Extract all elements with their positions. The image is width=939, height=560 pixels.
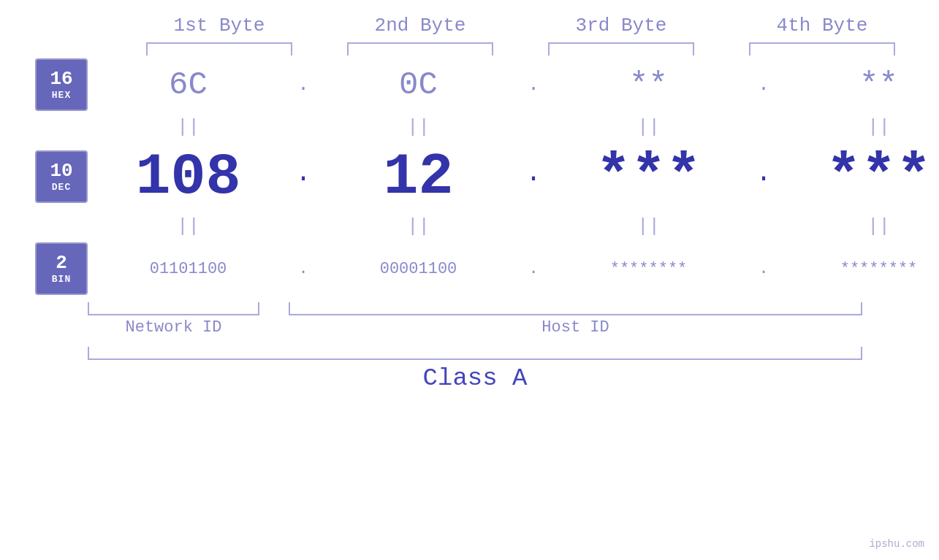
hex-b3: ** xyxy=(629,66,668,103)
bracket-network-id xyxy=(88,302,259,315)
eq-8: || xyxy=(867,215,890,237)
eq-6: || xyxy=(407,215,430,237)
hex-b2: 0C xyxy=(399,66,438,103)
bin-row: 01101100 . 00001100 . ******** . *******… xyxy=(88,239,939,298)
eq-row-2: || || || || xyxy=(88,213,939,239)
hex-badge: 16 HEX xyxy=(35,58,88,111)
hex-dot-3: . xyxy=(749,74,778,96)
main-container: 1st Byte 2nd Byte 3rd Byte 4th Byte 16 H… xyxy=(0,0,939,560)
bin-dot-3: . xyxy=(749,260,778,278)
eq-4: || xyxy=(867,116,890,138)
bin-b3: ******** xyxy=(610,260,688,278)
network-id-label: Network ID xyxy=(125,318,221,337)
bracket-top-3 xyxy=(548,42,694,55)
bracket-top-1 xyxy=(146,42,292,55)
bracket-top-2 xyxy=(347,42,493,55)
byte-label-4: 4th Byte xyxy=(749,15,895,37)
byte-label-3: 3rd Byte xyxy=(548,15,694,37)
eq-5: || xyxy=(177,215,199,237)
bracket-top-4 xyxy=(749,42,895,55)
dec-badge-number: 10 xyxy=(50,161,72,182)
dec-b4: *** xyxy=(826,144,931,210)
bin-badge-number: 2 xyxy=(56,253,67,274)
bracket-host-id xyxy=(289,302,862,315)
hex-row: 6C . 0C . ** . ** xyxy=(88,55,939,114)
dec-dot-1: . xyxy=(289,158,318,196)
bracket-class-a xyxy=(88,347,862,360)
hex-dot-2: . xyxy=(519,74,548,96)
class-a-label: Class A xyxy=(423,364,528,392)
dec-b2: 12 xyxy=(383,144,453,210)
data-grid: 6C . 0C . ** . ** || || xyxy=(88,55,939,392)
byte-label-2: 2nd Byte xyxy=(347,15,493,37)
watermark: ipshu.com xyxy=(869,538,924,550)
eq-7: || xyxy=(637,215,660,237)
bin-dot-1: . xyxy=(289,260,318,278)
badges-column: 16 HEX 10 DEC 2 BIN xyxy=(0,55,88,298)
bin-dot-2: . xyxy=(519,260,548,278)
dec-dot-2: . xyxy=(519,158,548,196)
bin-b1: 01101100 xyxy=(150,260,227,278)
bin-b2: 00001100 xyxy=(380,260,457,278)
eq-2: || xyxy=(407,116,430,138)
host-id-label: Host ID xyxy=(541,318,609,337)
hex-badge-number: 16 xyxy=(50,69,72,90)
dec-b3: *** xyxy=(596,144,701,210)
byte-label-1: 1st Byte xyxy=(146,15,292,37)
bin-b4: ******** xyxy=(840,260,918,278)
dec-b1: 108 xyxy=(135,144,240,210)
dec-dot-3: . xyxy=(749,158,778,196)
dec-badge: 10 DEC xyxy=(35,150,88,203)
eq-1: || xyxy=(177,116,199,138)
hex-badge-label: HEX xyxy=(52,90,71,101)
hex-b1: 6C xyxy=(169,66,208,103)
hex-dot-1: . xyxy=(289,74,318,96)
bin-badge-label: BIN xyxy=(52,274,71,285)
dec-badge-label: DEC xyxy=(52,182,71,193)
hex-b4: ** xyxy=(859,66,898,103)
eq-3: || xyxy=(637,116,660,138)
dec-row: 108 . 12 . *** . *** xyxy=(88,140,939,213)
eq-row-1: || || || || xyxy=(88,114,939,140)
bin-badge: 2 BIN xyxy=(35,242,88,295)
